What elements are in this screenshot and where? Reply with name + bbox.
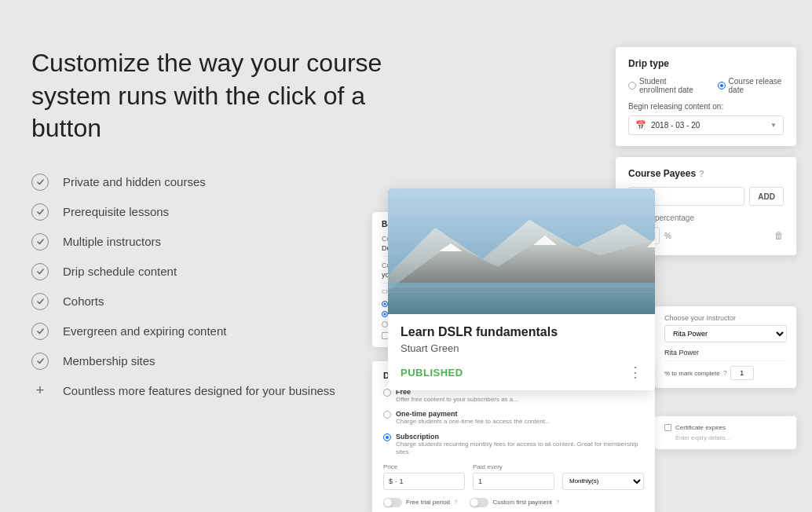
cert-sublabel: Enter expiry details...: [664, 434, 787, 441]
feature-list: Private and hidden courses Prerequisite …: [31, 174, 393, 400]
instructor-label: Choose your Instructor: [664, 314, 787, 322]
free-radio[interactable]: [383, 389, 391, 397]
feature-item-more: + Countless more features designed for y…: [31, 382, 393, 400]
paid-value: 1: [478, 477, 482, 485]
price-label: Price: [383, 463, 465, 470]
left-panel: Customize the way your course system run…: [31, 47, 393, 412]
question-mark-icon: ?: [723, 369, 727, 377]
period-select[interactable]: Monthly(s): [562, 473, 644, 490]
svg-rect-6: [388, 283, 655, 314]
toggle-row: Free trial period ? Custom first payment…: [383, 498, 644, 507]
dropdown-arrow: ▼: [770, 122, 777, 129]
custom-payment-label: Custom first payment: [492, 499, 552, 506]
price-col-period: Paid every 1: [473, 463, 554, 490]
custom-payment-pill[interactable]: [470, 498, 488, 507]
course-title: Learn DSLR fundamentals: [401, 325, 642, 339]
radio-2-circle[interactable]: [382, 311, 388, 317]
free-option-content: Free Offer free content to your subscrib…: [396, 388, 518, 404]
drip-option-enrollment[interactable]: Student enrollment date: [628, 77, 705, 94]
release-radio[interactable]: [718, 82, 726, 90]
price-value: ·: [395, 477, 397, 485]
custom-payment-toggle[interactable]: Custom first payment ?: [470, 498, 559, 507]
instructor-card: Choose your Instructor Rita Power Rita P…: [655, 306, 796, 388]
feature-label-cohorts: Cohorts: [63, 294, 104, 308]
feature-item-prerequisite: Prerequisite lessons: [31, 203, 393, 221]
certificate-card: Certificate expires Enter expiry details…: [655, 416, 796, 449]
one-time-content: One-time payment Charge students a one-t…: [396, 410, 550, 426]
feature-label-more: Countless more features designed for you…: [63, 384, 335, 397]
release-label: Course release date: [729, 77, 784, 94]
complete-input[interactable]: [730, 366, 754, 380]
radio-3-circle[interactable]: [382, 321, 388, 327]
drip-card-title: Drip type: [628, 58, 784, 69]
payees-info-icon: ?: [699, 169, 704, 178]
course-image: [388, 188, 655, 314]
price-col-amount: Price $ · 1: [383, 463, 465, 490]
complete-row: % to mark complete ?: [664, 366, 787, 380]
trash-icon[interactable]: 🗑: [774, 230, 784, 241]
check-icon: [31, 353, 49, 370]
cert-label: Certificate expires: [675, 424, 726, 431]
feature-label-prerequisite: Prerequisite lessons: [63, 205, 169, 218]
pricing-option-subscription[interactable]: Subscription Charge students recurring m…: [383, 433, 644, 457]
price-number: 1: [400, 477, 404, 485]
enrollment-label: Student enrollment date: [639, 77, 705, 94]
headline: Customize the way your course system run…: [31, 47, 393, 145]
free-trial-toggle[interactable]: Free trial period ?: [383, 498, 457, 507]
feature-item-membership: Membership sites: [31, 353, 393, 370]
feature-label-drip-schedule: Drip schedule content: [63, 265, 177, 278]
course-image-svg: [388, 188, 655, 314]
free-trial-info: ?: [454, 499, 457, 506]
radio-1-circle[interactable]: [382, 301, 388, 307]
subscription-radio[interactable]: [383, 433, 391, 441]
period-label: [562, 463, 644, 470]
subscription-desc: Charge students recurring monthly fees f…: [396, 441, 644, 457]
payees-card-title: Course Payees ?: [628, 168, 784, 179]
drip-option-release[interactable]: Course release date: [718, 77, 784, 94]
enrollment-radio[interactable]: [628, 82, 636, 90]
feature-label-membership: Membership sites: [63, 354, 155, 368]
feature-item-evergreen: Evergreen and expiring content: [31, 323, 393, 340]
status-row: PUBLISHED ⋮: [401, 364, 642, 381]
drip-radio-group: Student enrollment date Course release d…: [628, 77, 784, 94]
course-author: Stuart Green: [401, 342, 642, 354]
pricing-option-free[interactable]: Free Offer free content to your subscrib…: [383, 388, 644, 404]
main-course-card: Learn DSLR fundamentals Stuart Green PUB…: [388, 188, 655, 390]
check-icon: [31, 293, 49, 310]
date-input[interactable]: 📅 2018 - 03 - 20 ▼: [628, 115, 784, 135]
free-trial-label: Free trial period: [406, 499, 450, 506]
complete-label: % to mark complete: [664, 370, 720, 377]
instructor-select[interactable]: Rita Power: [664, 325, 787, 342]
check-icon: [31, 263, 49, 280]
one-time-label: One-time payment: [396, 410, 550, 418]
price-row: Price $ · 1 Paid every 1 Monthly(s): [383, 463, 644, 490]
free-trial-pill[interactable]: [383, 498, 402, 507]
free-desc: Offer free content to your subscribers a…: [396, 396, 518, 404]
price-input[interactable]: $ · 1: [383, 473, 465, 490]
plus-icon: +: [31, 382, 49, 400]
check-icon: [31, 233, 49, 251]
subscription-content: Subscription Charge students recurring m…: [396, 433, 644, 457]
feature-label-private-courses: Private and hidden courses: [63, 175, 206, 188]
one-time-radio[interactable]: [383, 411, 391, 419]
check-icon: [31, 174, 49, 191]
custom-payment-info: ?: [556, 499, 559, 506]
pricing-option-one-time[interactable]: One-time payment Charge students a one-t…: [383, 410, 644, 426]
paid-every-label: Paid every: [473, 463, 554, 470]
percent-symbol: %: [664, 232, 671, 240]
course-info: Learn DSLR fundamentals Stuart Green PUB…: [388, 314, 655, 390]
context-menu-icon[interactable]: ⋮: [628, 364, 642, 381]
cert-checkbox[interactable]: [664, 424, 671, 431]
status-badge: PUBLISHED: [401, 367, 463, 379]
feature-item-private-courses: Private and hidden courses: [31, 174, 393, 191]
currency-symbol: $: [389, 477, 393, 485]
date-label: Begin releasing content on:: [628, 102, 784, 111]
right-panel: Drip type Student enrollment date Course…: [372, 0, 812, 512]
subscription-label: Subscription: [396, 433, 644, 441]
calendar-icon: 📅: [635, 120, 646, 130]
payees-add-button[interactable]: ADD: [749, 187, 784, 206]
one-time-desc: Charge students a one-time fee to access…: [396, 418, 550, 426]
paid-input[interactable]: 1: [473, 473, 554, 490]
feature-item-multiple-instructors: Multiple instructors: [31, 233, 393, 251]
check-icon: [31, 203, 49, 221]
